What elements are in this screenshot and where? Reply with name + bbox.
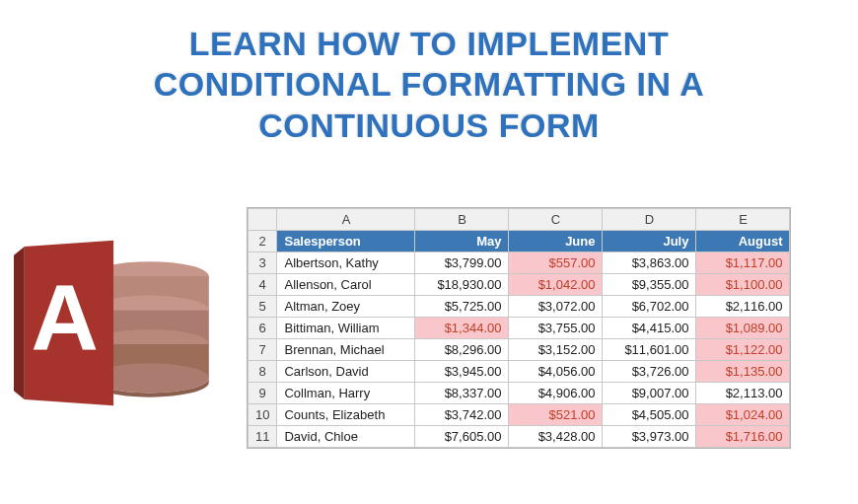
col-letter-d[interactable]: D [603,209,696,231]
title-line-2: CONDITIONAL FORMATTING IN A [154,65,705,103]
cell-august[interactable]: $2,116.00 [696,296,790,318]
row-number[interactable]: 8 [249,361,277,383]
row-number[interactable]: 9 [249,383,277,404]
cell-august[interactable]: $1,135.00 [696,361,790,383]
cell-june[interactable]: $4,056.00 [509,361,603,383]
column-letter-row: A B C D E [249,209,790,231]
cell-july[interactable]: $9,355.00 [603,274,696,296]
cell-july[interactable]: $6,702.00 [603,296,696,318]
col-letter-a[interactable]: A [277,209,415,231]
cell-june[interactable]: $3,072.00 [509,296,603,318]
table-row: 6Bittiman, William$1,344.00$3,755.00$4,4… [249,318,790,339]
header-august[interactable]: August [696,231,790,252]
cell-august[interactable]: $1,100.00 [696,274,790,296]
table-row: 10Counts, Elizabeth$3,742.00$521.00$4,50… [249,404,790,426]
cell-june[interactable]: $4,906.00 [509,383,603,404]
cell-july[interactable]: $3,726.00 [603,361,696,383]
header-row: 2 Salesperson May June July August [249,231,790,252]
cell-june[interactable]: $3,428.00 [509,426,603,448]
cell-salesperson[interactable]: Carlson, David [277,361,415,383]
row-number[interactable]: 10 [249,404,277,426]
cell-salesperson[interactable]: Albertson, Kathy [277,252,415,274]
spreadsheet[interactable]: A B C D E 2 Salesperson May June July Au… [247,207,791,449]
title-line-1: LEARN HOW TO IMPLEMENT [189,25,669,62]
table-row: 5Altman, Zoey$5,725.00$3,072.00$6,702.00… [249,296,790,318]
row-number[interactable]: 4 [249,274,277,296]
cell-august[interactable]: $2,113.00 [696,383,790,404]
cell-july[interactable]: $9,007.00 [603,383,696,404]
cell-june[interactable]: $1,042.00 [509,274,603,296]
cell-salesperson[interactable]: Bittiman, William [277,318,415,339]
cell-august[interactable]: $1,024.00 [696,404,790,426]
col-letter-e[interactable]: E [696,209,790,231]
cell-august[interactable]: $1,122.00 [696,339,790,361]
cell-salesperson[interactable]: Counts, Elizabeth [277,404,415,426]
title-line-3: CONTINUOUS FORM [258,107,600,144]
cell-july[interactable]: $4,505.00 [603,404,696,426]
cell-july[interactable]: $3,863.00 [603,252,696,274]
row-number[interactable]: 2 [249,231,277,252]
cell-may[interactable]: $3,742.00 [415,404,509,426]
cell-may[interactable]: $3,945.00 [415,361,509,383]
cell-june[interactable]: $521.00 [509,404,603,426]
cell-august[interactable]: $1,716.00 [696,426,790,448]
cell-may[interactable]: $7,605.00 [415,426,509,448]
select-all-corner[interactable] [249,209,277,231]
cell-may[interactable]: $8,337.00 [415,383,509,404]
access-logo-icon: A [14,217,226,429]
cell-june[interactable]: $557.00 [509,252,603,274]
cell-july[interactable]: $4,415.00 [603,318,696,339]
svg-text:A: A [31,265,98,370]
cell-may[interactable]: $5,725.00 [415,296,509,318]
cell-may[interactable]: $18,930.00 [415,274,509,296]
table-row: 8Carlson, David$3,945.00$4,056.00$3,726.… [249,361,790,383]
page-title: LEARN HOW TO IMPLEMENT CONDITIONAL FORMA… [0,24,858,146]
col-letter-c[interactable]: C [509,209,603,231]
header-june[interactable]: June [509,231,603,252]
row-number[interactable]: 5 [249,296,277,318]
spreadsheet-table: A B C D E 2 Salesperson May June July Au… [248,208,790,448]
header-july[interactable]: July [603,231,696,252]
cell-june[interactable]: $3,755.00 [509,318,603,339]
cell-may[interactable]: $1,344.00 [415,318,509,339]
table-row: 7Brennan, Michael$8,296.00$3,152.00$11,6… [249,339,790,361]
table-row: 3Albertson, Kathy$3,799.00$557.00$3,863.… [249,252,790,274]
cell-july[interactable]: $3,973.00 [603,426,696,448]
cell-salesperson[interactable]: Altman, Zoey [277,296,415,318]
cell-salesperson[interactable]: David, Chloe [277,426,415,448]
row-number[interactable]: 11 [249,426,277,448]
table-row: 4Allenson, Carol$18,930.00$1,042.00$9,35… [249,274,790,296]
cell-august[interactable]: $1,089.00 [696,318,790,339]
row-number[interactable]: 3 [249,252,277,274]
table-row: 11David, Chloe$7,605.00$3,428.00$3,973.0… [249,426,790,448]
row-number[interactable]: 6 [249,318,277,339]
cell-august[interactable]: $1,117.00 [696,252,790,274]
col-letter-b[interactable]: B [415,209,509,231]
cell-july[interactable]: $11,601.00 [603,339,696,361]
cell-may[interactable]: $3,799.00 [415,252,509,274]
row-number[interactable]: 7 [249,339,277,361]
cell-may[interactable]: $8,296.00 [415,339,509,361]
cell-salesperson[interactable]: Collman, Harry [277,383,415,404]
table-row: 9Collman, Harry$8,337.00$4,906.00$9,007.… [249,383,790,404]
header-may[interactable]: May [415,231,509,252]
cell-june[interactable]: $3,152.00 [509,339,603,361]
cell-salesperson[interactable]: Allenson, Carol [277,274,415,296]
cell-salesperson[interactable]: Brennan, Michael [277,339,415,361]
header-salesperson[interactable]: Salesperson [277,231,415,252]
